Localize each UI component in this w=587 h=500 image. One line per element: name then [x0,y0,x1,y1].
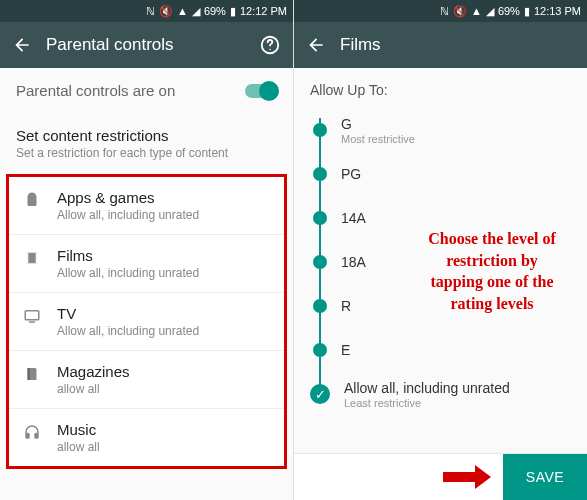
item-title: TV [57,305,270,322]
item-music[interactable]: Musicallow all [9,409,284,466]
mute-icon: 🔇 [159,5,173,18]
item-sub: allow all [57,382,270,396]
svg-rect-9 [35,434,38,439]
battery-label: 69% [498,5,520,17]
check-icon: ✓ [310,384,330,404]
item-sub: Allow all, including unrated [57,208,270,222]
time-label: 12:12 PM [240,5,287,17]
rating-label: G [341,116,415,132]
svg-rect-5 [25,311,39,320]
android-icon [23,189,43,222]
app-bar: Parental controls [0,22,293,68]
highlight-box: Apps & gamesAllow all, including unrated… [6,174,287,469]
footer-bar: SAVE [294,453,587,500]
rating-dot [313,211,327,225]
nfc-icon: ℕ [146,5,155,18]
wifi-icon: ▲ [177,5,188,17]
toggle-switch[interactable] [245,84,277,98]
svg-rect-4 [36,253,38,264]
item-sub: allow all [57,440,270,454]
item-title: Apps & games [57,189,270,206]
book-icon [23,363,43,396]
status-bar: ℕ 🔇 ▲ ◢ 69% ▮ 12:13 PM [294,0,587,22]
mute-icon: 🔇 [453,5,467,18]
item-apps-games[interactable]: Apps & gamesAllow all, including unrated [9,177,284,235]
time-label: 12:13 PM [534,5,581,17]
rating-g[interactable]: GMost restrictive [310,108,571,152]
battery-icon: ▮ [524,5,530,18]
item-sub: Allow all, including unrated [57,324,270,338]
wifi-icon: ▲ [471,5,482,17]
battery-label: 69% [204,5,226,17]
signal-icon: ◢ [486,5,494,18]
svg-rect-7 [28,368,30,380]
rating-label: 14A [341,210,366,226]
item-sub: Allow all, including unrated [57,266,270,280]
help-icon[interactable] [259,34,281,56]
signal-icon: ◢ [192,5,200,18]
rating-label: R [341,298,351,314]
rating-label: 18A [341,254,366,270]
headphones-icon [23,421,43,454]
svg-rect-8 [26,434,29,439]
section-head: Set content restrictions [16,127,277,144]
status-bar: ℕ 🔇 ▲ ◢ 69% ▮ 12:12 PM [0,0,293,22]
arrow-icon [443,467,491,487]
nfc-icon: ℕ [440,5,449,18]
rating-label: E [341,342,350,358]
section-sub: Set a restriction for each type of conte… [16,146,277,160]
content: Parental controls are on Set content res… [0,68,293,500]
svg-point-1 [269,49,270,50]
rating-sub: Most restrictive [341,133,415,145]
annotation-text: Choose the level of restriction by tappi… [421,228,563,314]
save-button[interactable]: SAVE [503,454,587,500]
item-title: Magazines [57,363,270,380]
restrictions-header: Set content restrictions Set a restricti… [0,113,293,170]
tv-icon [23,305,43,338]
page-title: Films [340,35,575,55]
rating-pg[interactable]: PG [310,152,571,196]
rating-dot [313,299,327,313]
rating-dot [313,123,327,137]
film-icon [23,247,43,280]
rating-sub: Least restrictive [344,397,510,409]
rating-allow-all[interactable]: ✓Allow all, including unratedLeast restr… [310,372,571,416]
rating-dot [313,167,327,181]
item-tv[interactable]: TVAllow all, including unrated [9,293,284,351]
toggle-label: Parental controls are on [16,82,175,99]
screen-parental-controls: ℕ 🔇 ▲ ◢ 69% ▮ 12:12 PM Parental controls… [0,0,294,500]
item-films[interactable]: FilmsAllow all, including unrated [9,235,284,293]
app-bar: Films [294,22,587,68]
toggle-row: Parental controls are on [0,68,293,113]
rating-dot [313,343,327,357]
back-icon[interactable] [12,35,32,55]
allow-up-to-label: Allow Up To: [294,68,587,104]
screen-films-ratings: ℕ 🔇 ▲ ◢ 69% ▮ 12:13 PM Films Allow Up To… [294,0,587,500]
battery-icon: ▮ [230,5,236,18]
annotation-arrow-slot [294,454,503,500]
back-icon[interactable] [306,35,326,55]
item-title: Films [57,247,270,264]
page-title: Parental controls [46,35,245,55]
rating-dot [313,255,327,269]
svg-rect-3 [26,253,28,264]
rating-label: Allow all, including unrated [344,380,510,396]
item-magazines[interactable]: Magazinesallow all [9,351,284,409]
item-title: Music [57,421,270,438]
rating-e[interactable]: E [310,328,571,372]
rating-label: PG [341,166,361,182]
